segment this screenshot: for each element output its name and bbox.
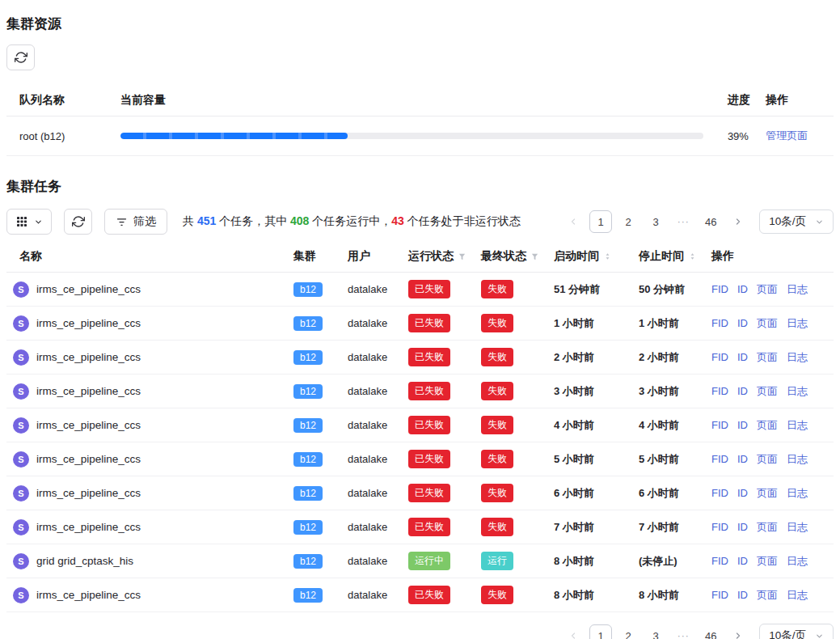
task-name: irms_ce_pipeline_ccs bbox=[36, 419, 141, 431]
page-size-select[interactable]: 10条/页 bbox=[759, 209, 834, 234]
pagination-page-2[interactable]: 2 bbox=[617, 624, 639, 639]
task-action-link-fid[interactable]: FID bbox=[711, 487, 728, 499]
final-status-badge: 失败 bbox=[481, 382, 513, 400]
task-action-link-fid[interactable]: FID bbox=[711, 521, 728, 533]
cluster-resources-section: 集群资源 队列名称 当前容量 进度 操作 root (b12) bbox=[6, 15, 834, 156]
run-status-badge: 运行中 bbox=[408, 552, 450, 570]
task-name: irms_ce_pipeline_ccs bbox=[36, 283, 141, 295]
task-user: datalake bbox=[348, 317, 387, 329]
cluster-tag: b12 bbox=[293, 384, 323, 399]
task-action-link-日志[interactable]: 日志 bbox=[787, 521, 808, 533]
task-action-link-fid[interactable]: FID bbox=[711, 419, 728, 431]
task-name: irms_ce_pipeline_ccs bbox=[36, 453, 141, 465]
task-action-link-id[interactable]: ID bbox=[737, 419, 748, 431]
task-action-link-页面[interactable]: 页面 bbox=[757, 385, 778, 397]
task-action-link-id[interactable]: ID bbox=[737, 555, 748, 567]
task-action-link-页面[interactable]: 页面 bbox=[757, 589, 778, 601]
task-action-link-fid[interactable]: FID bbox=[711, 283, 728, 295]
task-action-link-日志[interactable]: 日志 bbox=[787, 453, 808, 465]
task-action-link-日志[interactable]: 日志 bbox=[787, 555, 808, 567]
task-action-link-fid[interactable]: FID bbox=[711, 589, 728, 601]
sort-carets-icon[interactable] bbox=[603, 251, 612, 262]
filter-button[interactable]: 筛选 bbox=[104, 209, 167, 235]
task-action-link-日志[interactable]: 日志 bbox=[787, 351, 808, 363]
stop-time: 1 小时前 bbox=[632, 307, 705, 341]
pagination-page-2[interactable]: 2 bbox=[617, 210, 639, 233]
chevron-right-icon bbox=[733, 631, 743, 639]
task-action-link-fid[interactable]: FID bbox=[711, 351, 728, 363]
cluster-tag: b12 bbox=[293, 486, 323, 501]
task-action-link-id[interactable]: ID bbox=[737, 487, 748, 499]
task-action-link-id[interactable]: ID bbox=[737, 385, 748, 397]
task-user: datalake bbox=[348, 555, 387, 567]
task-action-link-日志[interactable]: 日志 bbox=[787, 419, 808, 431]
pagination-next-button[interactable] bbox=[727, 624, 749, 639]
funnel-filter-icon[interactable] bbox=[530, 252, 539, 261]
task-action-link-日志[interactable]: 日志 bbox=[787, 317, 808, 329]
final-status-badge: 失败 bbox=[481, 450, 513, 468]
pagination-prev-button[interactable] bbox=[562, 624, 585, 639]
task-action-link-页面[interactable]: 页面 bbox=[757, 283, 778, 295]
pagination-page-46[interactable]: 46 bbox=[699, 624, 722, 639]
task-actions: FIDID页面日志 bbox=[705, 476, 834, 510]
task-action-link-页面[interactable]: 页面 bbox=[757, 419, 778, 431]
summary-part-stopped: 43 bbox=[391, 214, 404, 227]
task-action-link-fid[interactable]: FID bbox=[711, 385, 728, 397]
task-action-link-日志[interactable]: 日志 bbox=[787, 487, 808, 499]
task-action-link-日志[interactable]: 日志 bbox=[787, 283, 808, 295]
chevron-down-icon bbox=[815, 632, 824, 639]
task-action-link-id[interactable]: ID bbox=[737, 589, 748, 601]
task-name: irms_ce_pipeline_ccs bbox=[36, 521, 141, 533]
resources-refresh-button[interactable] bbox=[6, 44, 35, 70]
stop-time: 7 小时前 bbox=[632, 510, 705, 544]
tasks-refresh-button[interactable] bbox=[64, 209, 92, 235]
resources-section-title: 集群资源 bbox=[6, 15, 834, 33]
task-action-link-fid[interactable]: FID bbox=[711, 453, 728, 465]
stop-time: (未停止) bbox=[632, 544, 705, 578]
pagination-page-3[interactable]: 3 bbox=[644, 624, 667, 639]
stop-time: 8 小时前 bbox=[632, 578, 705, 612]
task-user: datalake bbox=[348, 453, 387, 465]
pagination-next-button[interactable] bbox=[727, 210, 749, 233]
task-action-link-页面[interactable]: 页面 bbox=[757, 487, 778, 499]
task-action-link-日志[interactable]: 日志 bbox=[787, 589, 808, 601]
task-action-link-id[interactable]: ID bbox=[737, 521, 748, 533]
task-action-link-fid[interactable]: FID bbox=[711, 555, 728, 567]
cluster-tag: b12 bbox=[293, 520, 323, 535]
pagination-page-3[interactable]: 3 bbox=[644, 210, 667, 233]
manage-page-link[interactable]: 管理页面 bbox=[766, 129, 808, 142]
task-action-link-id[interactable]: ID bbox=[737, 453, 748, 465]
table-row: S irms_ce_pipeline_ccs b12 datalake 已失败 … bbox=[6, 375, 834, 408]
final-status-badge: 失败 bbox=[481, 518, 513, 536]
pagination-page-1[interactable]: 1 bbox=[589, 624, 612, 639]
sort-carets-icon[interactable] bbox=[688, 251, 697, 262]
task-actions: FIDID页面日志 bbox=[705, 341, 834, 375]
grid-view-dropdown-button[interactable] bbox=[6, 209, 52, 235]
chevron-left-icon bbox=[568, 631, 578, 639]
task-action-link-id[interactable]: ID bbox=[737, 351, 748, 363]
run-status-badge: 已失败 bbox=[408, 450, 450, 468]
funnel-filter-icon[interactable] bbox=[458, 252, 466, 261]
task-action-link-页面[interactable]: 页面 bbox=[757, 555, 778, 567]
page-size-select[interactable]: 10条/页 bbox=[759, 624, 834, 639]
page: 集群资源 队列名称 当前容量 进度 操作 root (b12) bbox=[0, 0, 840, 639]
filter-button-label: 筛选 bbox=[133, 214, 156, 229]
task-action-link-日志[interactable]: 日志 bbox=[787, 385, 808, 397]
run-status-badge: 已失败 bbox=[408, 484, 450, 502]
pagination-prev-button[interactable] bbox=[562, 210, 585, 233]
task-action-link-页面[interactable]: 页面 bbox=[757, 453, 778, 465]
col-progress: 进度 bbox=[721, 85, 759, 116]
final-status-badge: 失败 bbox=[481, 416, 513, 434]
task-action-link-id[interactable]: ID bbox=[737, 283, 748, 295]
task-action-link-页面[interactable]: 页面 bbox=[757, 317, 778, 329]
pagination-ellipsis: ··· bbox=[672, 210, 694, 233]
task-action-link-页面[interactable]: 页面 bbox=[757, 351, 778, 363]
pagination-page-1[interactable]: 1 bbox=[589, 210, 612, 233]
pagination-page-46[interactable]: 46 bbox=[699, 210, 722, 233]
task-user: datalake bbox=[348, 419, 387, 431]
task-action-link-id[interactable]: ID bbox=[737, 317, 748, 329]
table-row: S irms_ce_pipeline_ccs b12 datalake 已失败 … bbox=[6, 341, 834, 375]
task-action-link-页面[interactable]: 页面 bbox=[757, 521, 778, 533]
task-action-link-fid[interactable]: FID bbox=[711, 317, 728, 329]
final-status-badge: 失败 bbox=[481, 314, 513, 332]
